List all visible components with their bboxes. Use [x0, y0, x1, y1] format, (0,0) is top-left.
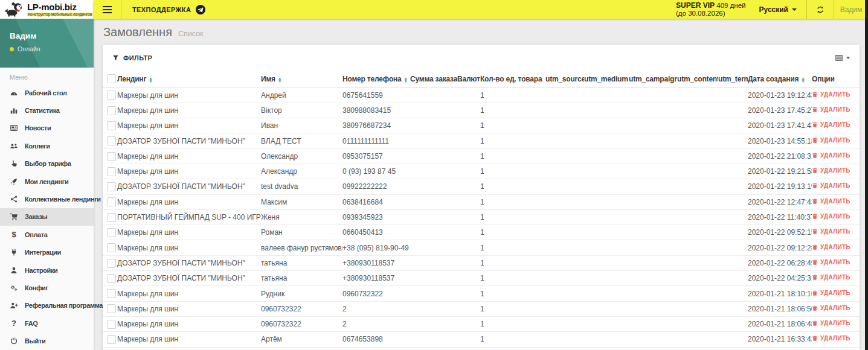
delete-order-button[interactable]: УДАЛИТЬ: [812, 259, 850, 266]
cell-phone: +380930118537: [342, 271, 410, 286]
sidebar-item-payment[interactable]: $Оплата: [0, 226, 94, 243]
cell-qty: 1: [480, 179, 545, 194]
row-checkbox[interactable]: [107, 304, 116, 313]
select-all-checkbox[interactable]: [107, 74, 116, 83]
row-checkbox-cell: [103, 164, 117, 179]
delete-order-button[interactable]: УДАЛИТЬ: [812, 152, 850, 159]
topbar-username[interactable]: Вадим: [834, 5, 868, 14]
delete-order-button[interactable]: УДАЛИТЬ: [812, 91, 850, 98]
cell-options: УДАЛИТЬ: [812, 255, 860, 270]
refresh-button[interactable]: [807, 0, 834, 19]
row-checkbox[interactable]: [107, 259, 116, 268]
sidebar-item-colleagues[interactable]: Коллеги: [0, 137, 94, 154]
row-checkbox[interactable]: [107, 213, 116, 222]
cell-options: УДАЛИТЬ: [812, 118, 860, 133]
sort-icon[interactable]: ▲▼: [404, 77, 408, 83]
row-checkbox[interactable]: [107, 106, 116, 115]
sidebar-item-integrations[interactable]: Интеграции: [0, 244, 94, 261]
cell-utm_content: [677, 133, 718, 148]
sidebar-item-news[interactable]: Новости: [0, 119, 94, 137]
filter-funnel-icon: [112, 54, 119, 61]
sidebar-item-settings[interactable]: Настройки: [0, 261, 94, 279]
sidebar-item-faq[interactable]: ?FAQ: [0, 314, 94, 332]
delete-label: УДАЛИТЬ: [820, 290, 850, 296]
cell-utm_campaign: [629, 148, 677, 164]
sort-icon[interactable]: ▲▼: [801, 77, 805, 83]
row-checkbox[interactable]: [107, 243, 116, 252]
cell-utm_source: [545, 179, 584, 194]
row-checkbox[interactable]: [107, 152, 116, 161]
cell-options: УДАЛИТЬ: [812, 164, 860, 179]
sidebar-item-collective-landings[interactable]: Коллективные лендинги: [0, 190, 94, 208]
delete-order-button[interactable]: УДАЛИТЬ: [812, 167, 850, 174]
trash-icon: [812, 290, 818, 296]
row-checkbox[interactable]: [107, 228, 116, 237]
sidebar-item-orders[interactable]: Заказы: [0, 208, 94, 226]
sidebar-item-config[interactable]: Конфиг: [0, 279, 94, 296]
trash-icon: [812, 320, 818, 326]
support-link[interactable]: ТЕХПОДДЕРЖКА: [132, 5, 205, 14]
language-dropdown[interactable]: Русский: [759, 5, 797, 14]
cell-options: УДАЛИТЬ: [812, 148, 860, 164]
sidebar-item-logout[interactable]: Выйти: [0, 332, 94, 349]
delete-order-button[interactable]: УДАЛИТЬ: [812, 213, 850, 220]
cell-utm_content: [677, 209, 718, 224]
delete-order-button[interactable]: УДАЛИТЬ: [812, 121, 850, 128]
row-checkbox[interactable]: [107, 320, 116, 329]
row-checkbox[interactable]: [107, 136, 116, 145]
table-grid-icon: [835, 54, 843, 62]
sort-icon[interactable]: ▲▼: [149, 77, 152, 83]
column-header: Имя▲▼: [261, 71, 342, 88]
delete-order-button[interactable]: УДАЛИТЬ: [812, 137, 850, 144]
delete-order-button[interactable]: УДАЛИТЬ: [812, 320, 850, 326]
row-checkbox[interactable]: [107, 289, 116, 298]
row-checkbox[interactable]: [107, 182, 116, 191]
column-header-label[interactable]: Номер телефона: [342, 75, 402, 83]
filter-button[interactable]: ФИЛЬТР: [112, 54, 152, 62]
delete-order-button[interactable]: УДАЛИТЬ: [812, 198, 850, 205]
delete-order-button[interactable]: УДАЛИТЬ: [812, 228, 850, 235]
column-header-label[interactable]: Лендинг: [117, 75, 146, 83]
cell-name: 0960732322: [261, 301, 342, 316]
sidebar-item-referral[interactable]: Реферальная программа: [0, 297, 94, 314]
page-scrollbar[interactable]: [865, 0, 868, 350]
sidebar-item-tariff[interactable]: Выбор тарифа: [0, 155, 94, 173]
delete-order-button[interactable]: УДАЛИТЬ: [812, 244, 850, 250]
cell-landing: Маркеры для шин: [117, 118, 261, 133]
delete-order-button[interactable]: УДАЛИТЬ: [812, 290, 850, 296]
filter-label: ФИЛЬТР: [123, 54, 152, 62]
menu-toggle-button[interactable]: [94, 0, 121, 19]
sidebar-item-label: Заказы: [25, 213, 47, 220]
cell-landing: Маркеры для шин: [117, 225, 261, 240]
column-header-label[interactable]: Имя: [261, 75, 275, 83]
row-checkbox-cell: [103, 332, 117, 347]
logo[interactable]: LP-mobi.biz Конструктор мобильных лендин…: [0, 0, 94, 19]
sidebar-item-my-landings[interactable]: Мои лендинги: [0, 173, 94, 190]
row-checkbox[interactable]: [107, 197, 116, 206]
sidebar-item-dashboard[interactable]: Рабочий стол: [0, 84, 94, 101]
delete-order-button[interactable]: УДАЛИТЬ: [812, 274, 850, 281]
row-checkbox[interactable]: [107, 274, 116, 283]
cell-phone: 0674653898: [342, 332, 410, 347]
cell-landing: Маркеры для шин: [117, 103, 261, 118]
delete-order-button[interactable]: УДАЛИТЬ: [812, 106, 850, 113]
sidebar-item-statistics[interactable]: Статистика: [0, 101, 94, 119]
cell-utm_medium: [584, 240, 629, 255]
cell-utm_term: [718, 332, 748, 347]
cell-currency: [457, 316, 480, 331]
column-header-label[interactable]: Дата создания: [748, 75, 799, 83]
cell-landing: Маркеры для шин: [117, 88, 261, 103]
sidebar-item-label: Настройки: [25, 267, 57, 274]
delete-label: УДАЛИТЬ: [820, 121, 850, 128]
row-checkbox[interactable]: [107, 167, 116, 176]
row-checkbox[interactable]: [107, 91, 116, 100]
row-checkbox[interactable]: [107, 335, 116, 344]
delete-order-button[interactable]: УДАЛИТЬ: [812, 335, 850, 342]
column-settings-button[interactable]: [835, 54, 850, 62]
row-checkbox[interactable]: [107, 121, 116, 130]
cell-utm_campaign: [629, 225, 677, 240]
sort-icon[interactable]: ▲▼: [278, 77, 281, 83]
delete-order-button[interactable]: УДАЛИТЬ: [812, 182, 850, 189]
delete-order-button[interactable]: УДАЛИТЬ: [812, 305, 850, 311]
cell-sum: [410, 194, 457, 209]
